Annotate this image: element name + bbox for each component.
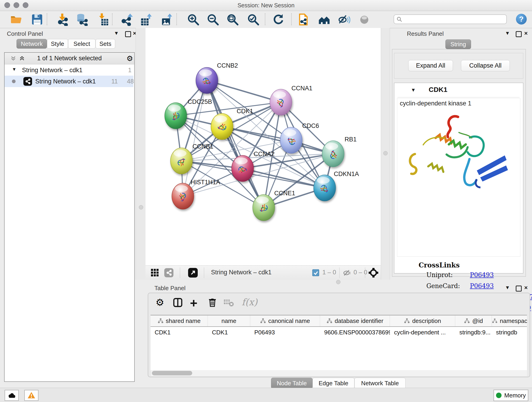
hide-selected-icon[interactable] bbox=[337, 13, 350, 26]
horizontal-scrollbar[interactable] bbox=[151, 370, 527, 376]
save-session-icon[interactable] bbox=[31, 13, 44, 26]
cloud-icon bbox=[7, 392, 16, 399]
export-table-icon[interactable] bbox=[140, 13, 153, 26]
detach-view-icon[interactable] bbox=[188, 268, 198, 279]
node-label-RB1: RB1 bbox=[345, 136, 357, 143]
delete-table-icon[interactable] bbox=[223, 298, 234, 308]
tab-edge-table[interactable]: Edge Table bbox=[312, 378, 355, 389]
column-header-canonical-name[interactable]: canonical name bbox=[250, 315, 320, 326]
column-header-namespace[interactable]: namespace bbox=[492, 315, 527, 326]
column-header-description[interactable]: description bbox=[390, 315, 455, 326]
node-CCNA1[interactable]: CCNA1 bbox=[270, 85, 312, 115]
show-columns-icon[interactable] bbox=[172, 297, 183, 309]
network-list-panel: 1 of 1 Network selected ⚙ ▼ String Netwo… bbox=[4, 52, 135, 382]
function-builder-icon[interactable]: f(x) bbox=[242, 297, 258, 307]
toolbar-separator bbox=[112, 13, 113, 25]
node-label-CDKN1A: CDKN1A bbox=[334, 171, 359, 177]
tab-style[interactable]: Style bbox=[47, 39, 68, 49]
cloud-button[interactable] bbox=[5, 390, 19, 401]
results-panel-close-icon[interactable]: × bbox=[524, 30, 528, 37]
node-CCNB2[interactable]: CCNB2 bbox=[196, 62, 238, 94]
column-header-name[interactable]: name bbox=[208, 315, 250, 326]
tab-select[interactable]: Select bbox=[68, 39, 95, 49]
birdseye-icon[interactable] bbox=[368, 268, 379, 279]
column-header-database-identifier[interactable]: database identifier bbox=[320, 315, 390, 326]
zoom-selected-icon[interactable] bbox=[247, 13, 260, 26]
table-settings-gear-icon[interactable]: ⚙ bbox=[156, 297, 164, 308]
help-button[interactable]: ? bbox=[516, 14, 527, 25]
crosslink-link[interactable]: P06493 bbox=[470, 271, 494, 279]
node-CDC25B[interactable]: CDC25B bbox=[165, 98, 212, 129]
import-network-file-icon[interactable] bbox=[56, 13, 69, 26]
splitter-handle[interactable] bbox=[336, 280, 341, 284]
import-table-icon[interactable] bbox=[96, 13, 109, 26]
control-panel-float-icon[interactable] bbox=[125, 31, 131, 37]
export-network-icon[interactable] bbox=[120, 13, 133, 26]
vertical-splitter-left[interactable] bbox=[136, 28, 146, 280]
table-cell[interactable]: cyclin-dependent ... bbox=[390, 327, 455, 338]
results-panel-menu-icon[interactable]: ▼ bbox=[505, 30, 510, 36]
tab-node-table[interactable]: Node Table bbox=[271, 378, 312, 389]
hidden-eye-icon[interactable] bbox=[342, 268, 351, 278]
zoom-in-icon[interactable] bbox=[187, 13, 200, 26]
toolbar-separator bbox=[177, 13, 177, 25]
warning-button[interactable] bbox=[24, 390, 38, 401]
table-panel-close-icon[interactable]: × bbox=[524, 284, 528, 291]
collection-expand-icon[interactable]: ▼ bbox=[12, 67, 17, 72]
node-label-CCNE1: CCNE1 bbox=[274, 190, 295, 197]
import-network-database-icon[interactable] bbox=[75, 13, 88, 26]
tab-sets[interactable]: Sets bbox=[95, 39, 115, 49]
table-cell[interactable]: 9606.ENSP00000378699 bbox=[320, 327, 390, 338]
edge-CCNB2-CCNA1[interactable] bbox=[207, 80, 281, 102]
column-header-shared-name[interactable]: shared name bbox=[151, 315, 208, 326]
grid-view-icon[interactable] bbox=[151, 268, 159, 278]
column-header--id[interactable]: @id bbox=[455, 315, 492, 326]
node-label-CDC6: CDC6 bbox=[302, 122, 319, 129]
delete-column-icon[interactable] bbox=[207, 297, 218, 309]
network-collection-row[interactable]: ▼ String Network – cdk1 1 bbox=[5, 65, 133, 76]
edge-CCNB2-CCNE1[interactable] bbox=[207, 80, 264, 208]
tab-string-results[interactable]: String bbox=[445, 39, 471, 49]
warning-icon bbox=[27, 392, 36, 399]
tab-network-table[interactable]: Network Table bbox=[355, 378, 405, 389]
network-view-icon[interactable] bbox=[164, 268, 173, 278]
node-label-CDK1: CDK1 bbox=[237, 108, 253, 115]
splitter-handle[interactable] bbox=[383, 151, 388, 155]
table-cell[interactable]: stringdb:9... bbox=[455, 327, 492, 338]
zoom-fit-icon[interactable] bbox=[226, 13, 239, 26]
open-folder-icon[interactable] bbox=[10, 13, 22, 26]
scrollbar-thumb[interactable] bbox=[152, 371, 192, 375]
table-cell[interactable]: CDK1 bbox=[208, 327, 250, 338]
network-row-selected[interactable]: String Network – cdk1 11 48 bbox=[5, 76, 133, 87]
node-HIST1H1A[interactable]: HIST1H1A bbox=[172, 179, 220, 209]
network-list-gear-icon[interactable]: ⚙ bbox=[127, 54, 133, 63]
network-canvas[interactable]: CCNB2CCNA1CDC25BCDK1CDC6RB1CCNB1CCNA2CDK… bbox=[146, 28, 381, 265]
memory-button[interactable]: Memory bbox=[494, 390, 528, 401]
results-panel-float-icon[interactable] bbox=[516, 31, 522, 37]
table-cell[interactable]: stringdb bbox=[492, 327, 527, 338]
control-panel-menu-icon[interactable]: ▼ bbox=[114, 30, 119, 36]
table-panel-float-icon[interactable] bbox=[516, 286, 522, 292]
selected-checkbox[interactable] bbox=[312, 269, 319, 277]
show-all-icon[interactable] bbox=[358, 13, 371, 26]
table-panel-menu-icon[interactable]: ▼ bbox=[505, 285, 510, 291]
view-toolbar: String Network – cdk1 1 – 0 0 – 0 bbox=[146, 265, 381, 280]
gene-collapse-icon[interactable]: ▼ bbox=[411, 87, 416, 93]
new-network-from-selection-icon[interactable] bbox=[297, 13, 310, 26]
table-cell[interactable]: P06493 bbox=[250, 327, 320, 338]
add-column-icon[interactable]: + bbox=[190, 295, 197, 310]
table-row[interactable]: CDK1CDK1P064939606.ENSP00000378699cyclin… bbox=[151, 327, 527, 338]
export-image-icon[interactable] bbox=[160, 13, 173, 26]
vertical-splitter-right[interactable] bbox=[381, 28, 390, 280]
table-cell[interactable]: CDK1 bbox=[151, 327, 208, 338]
refresh-icon[interactable] bbox=[272, 13, 285, 26]
first-neighbors-icon[interactable] bbox=[318, 13, 331, 26]
node-CCNB1[interactable]: CCNB1 bbox=[171, 143, 214, 174]
zoom-out-icon[interactable] bbox=[206, 13, 219, 26]
splitter-handle[interactable] bbox=[139, 205, 143, 210]
tab-network[interactable]: Network bbox=[17, 39, 47, 49]
node-CDKN1A[interactable]: CDKN1A bbox=[314, 171, 359, 201]
search-input[interactable] bbox=[394, 14, 507, 24]
node-RB1[interactable]: RB1 bbox=[322, 136, 357, 167]
node-CCNE1[interactable]: CCNE1 bbox=[253, 190, 295, 221]
